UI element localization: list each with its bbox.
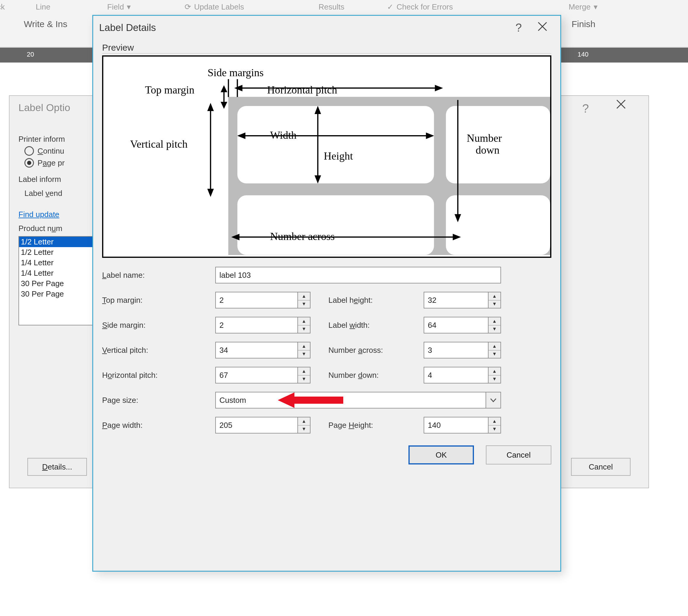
ruler-tick-140: 140	[578, 51, 589, 58]
list-item[interactable]: 30 Per Page	[19, 278, 95, 289]
label-options-cancel-button[interactable]: Cancel	[571, 458, 630, 476]
ruler-tick-20: 20	[27, 51, 34, 58]
spin-up-icon[interactable]: ▲	[489, 417, 501, 425]
diagram-number-down2: down	[476, 144, 500, 156]
label-options-title: Label Optio	[19, 102, 70, 113]
page-width-spinner[interactable]: 205 ▲▼	[215, 417, 311, 434]
spin-down-icon[interactable]: ▼	[489, 375, 501, 383]
label-options-help[interactable]: ?	[582, 102, 589, 115]
spin-up-icon[interactable]: ▲	[489, 317, 501, 325]
ribbon-ck[interactable]: ck	[0, 2, 5, 12]
top-margin-label: Top margin:Top margin:	[102, 295, 215, 305]
close-icon	[616, 99, 626, 110]
spin-down-icon[interactable]: ▼	[298, 425, 310, 433]
label-name-label: Label name:Label name:	[102, 271, 215, 280]
spin-down-icon[interactable]: ▼	[489, 350, 501, 358]
ribbon-group-write: Write & Ins	[24, 19, 67, 29]
label-details-dialog: Label Details ? Preview	[92, 15, 561, 572]
side-margin-spinner[interactable]: 2 ▲▼	[215, 317, 311, 333]
label-options-close[interactable]	[616, 99, 634, 117]
vertical-pitch-label: Vertical pitch:Vertical pitch:	[102, 346, 215, 355]
cancel-button[interactable]: Cancel	[486, 445, 551, 464]
chevron-down-icon[interactable]	[486, 392, 501, 409]
label-preview-diagram: Side margins Top margin Horizontal pitch…	[102, 56, 551, 258]
list-item[interactable]: 1/2 Letter	[19, 247, 95, 258]
chevron-down-icon: ▾	[127, 2, 131, 12]
chevron-down-icon: ▾	[594, 2, 598, 12]
svg-marker-16	[236, 86, 242, 90]
spin-down-icon[interactable]: ▼	[298, 325, 310, 333]
ribbon-results[interactable]: Results	[318, 2, 345, 12]
checklist-icon: ✓	[387, 2, 394, 12]
spin-down-icon[interactable]: ▼	[489, 301, 501, 308]
ribbon-merge-dropdown[interactable]: Merge ▾	[569, 2, 598, 12]
diagram-horizontal-pitch: Horizontal pitch	[267, 84, 337, 96]
svg-marker-13	[222, 87, 226, 92]
spin-up-icon[interactable]: ▲	[489, 292, 501, 301]
svg-marker-19	[208, 105, 213, 110]
radio-icon	[24, 146, 34, 156]
svg-rect-5	[237, 106, 434, 183]
svg-marker-20	[208, 189, 213, 195]
number-across-label: Number across:Number across:	[328, 346, 424, 355]
spin-down-icon[interactable]: ▼	[489, 325, 501, 333]
list-item[interactable]: 30 Per Page	[19, 289, 95, 299]
diagram-side-margins: Side margins	[207, 67, 264, 79]
list-item[interactable]: 1/4 Letter	[19, 268, 95, 278]
vertical-pitch-spinner[interactable]: 34 ▲▼	[215, 342, 311, 358]
list-item[interactable]: 1/4 Letter	[19, 258, 95, 268]
horizontal-pitch-label: Horizontal pitch:Horizontal pitch:	[102, 371, 215, 380]
top-margin-spinner[interactable]: 2 ▲▼	[215, 292, 311, 308]
spin-down-icon[interactable]: ▼	[298, 375, 310, 383]
svg-rect-7	[237, 195, 434, 255]
page-height-label: Page Height:Page Height:	[328, 421, 424, 430]
page-height-spinner[interactable]: 140 ▲▼	[424, 417, 501, 434]
label-width-spinner[interactable]: 64 ▲▼	[424, 317, 501, 333]
label-details-close[interactable]	[531, 21, 554, 35]
label-details-title: Label Details	[99, 22, 507, 34]
page-width-label: Page width:Page width:	[102, 421, 215, 430]
spin-up-icon[interactable]: ▲	[298, 343, 310, 350]
label-details-help[interactable]: ?	[507, 21, 531, 34]
label-name-input[interactable]: label 103	[215, 267, 501, 283]
spin-down-icon[interactable]: ▼	[298, 350, 310, 358]
spin-up-icon[interactable]: ▲	[298, 367, 310, 375]
page-size-label: Page size:	[102, 396, 215, 405]
details-button[interactable]: Details...Details...	[27, 458, 87, 476]
preview-section-label: Preview	[102, 43, 551, 53]
close-icon	[537, 21, 548, 32]
svg-rect-8	[446, 195, 550, 255]
number-across-spinner[interactable]: 3 ▲▼	[424, 342, 501, 358]
diagram-height: Height	[324, 150, 353, 162]
spin-up-icon[interactable]: ▲	[489, 343, 501, 350]
spin-down-icon[interactable]: ▼	[489, 425, 501, 433]
refresh-icon: ⟳	[184, 2, 191, 12]
spin-up-icon[interactable]: ▲	[489, 367, 501, 375]
ribbon-line[interactable]: Line	[36, 2, 50, 12]
spin-up-icon[interactable]: ▲	[298, 417, 310, 425]
horizontal-pitch-spinner[interactable]: 67 ▲▼	[215, 367, 311, 383]
spin-down-icon[interactable]: ▼	[298, 301, 310, 308]
ribbon-field-dropdown[interactable]: Field ▾	[107, 2, 131, 12]
diagram-svg: Side margins Top margin Horizontal pitch…	[103, 57, 550, 257]
product-number-list[interactable]: 1/2 Letter 1/2 Letter 1/4 Letter 1/4 Let…	[19, 236, 96, 325]
label-width-label: Label width:Label width:	[328, 321, 424, 330]
number-down-label: Number down:Number down:	[328, 371, 424, 380]
svg-marker-14	[222, 103, 226, 108]
ok-button[interactable]: OK	[408, 445, 474, 464]
ribbon-group-finish: Finish	[572, 19, 595, 29]
label-height-label: Label height:Label height:	[328, 295, 424, 305]
radio-selected-icon	[24, 158, 34, 168]
number-down-spinner[interactable]: 4 ▲▼	[424, 367, 501, 383]
list-item[interactable]: 1/2 Letter	[19, 237, 95, 247]
diagram-top-margin: Top margin	[145, 84, 194, 96]
ribbon-check-errors[interactable]: ✓ Check for Errors	[387, 2, 453, 12]
side-margin-label: Side margin:Side margin:	[102, 321, 215, 330]
diagram-number-down: Number	[467, 132, 502, 144]
label-height-spinner[interactable]: 32 ▲▼	[424, 292, 501, 308]
diagram-vertical-pitch: Vertical pitch	[130, 138, 187, 150]
page-size-combo[interactable]: Custom	[215, 392, 501, 409]
spin-up-icon[interactable]: ▲	[298, 317, 310, 325]
ribbon-update-labels[interactable]: ⟳ Update Labels	[184, 2, 244, 12]
spin-up-icon[interactable]: ▲	[298, 292, 310, 301]
